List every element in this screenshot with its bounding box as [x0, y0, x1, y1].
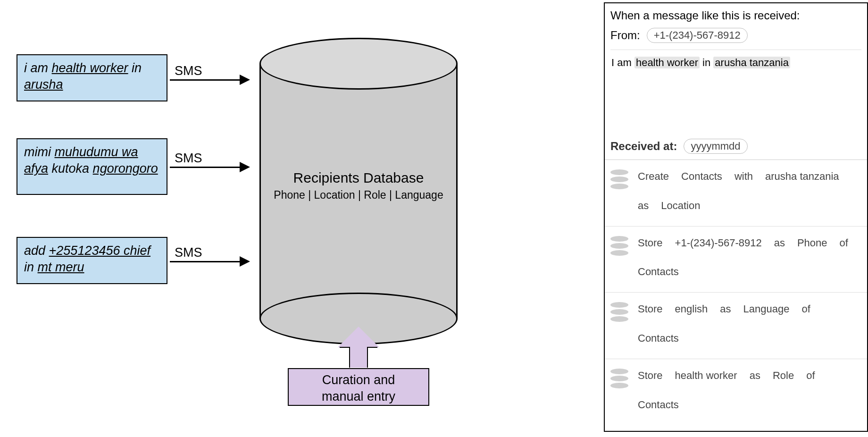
database-icon	[610, 299, 631, 323]
rule-token: health worker	[675, 366, 737, 386]
curation-line: manual entry	[289, 388, 428, 405]
rule-token: Language	[743, 299, 790, 319]
rule-token: as	[750, 366, 760, 386]
sms-segment: add	[24, 244, 49, 258]
arrow-label: SMS	[175, 245, 202, 260]
sms-segment: in	[128, 61, 142, 75]
rule-token: as	[774, 233, 785, 253]
rule-token: Contacts	[638, 395, 679, 415]
arrow-sms: SMS	[170, 153, 255, 157]
rule-token: Contacts	[638, 328, 679, 348]
rule-token: Role	[773, 366, 794, 386]
received-label: Received at:	[610, 140, 677, 153]
rule-token: Store	[638, 299, 663, 319]
rule-token: of	[801, 299, 810, 319]
arrow-label: SMS	[175, 151, 202, 166]
db-title: Recipients Database	[259, 170, 458, 186]
rule-token: as	[638, 196, 649, 216]
rule-token: Location	[661, 196, 700, 216]
received-row: Received at: yyyymmdd	[610, 136, 861, 160]
rule-token: of	[806, 366, 815, 386]
from-value-pill[interactable]: +1-(234)-567-8912	[647, 28, 748, 43]
arrow-sms: SMS	[170, 248, 255, 252]
from-label: From:	[610, 29, 640, 42]
rule-row: CreateContactswitharusha tanzaniaasLocat…	[605, 160, 867, 227]
body-text: I am	[611, 57, 634, 68]
body-text: in	[700, 57, 713, 68]
database-cylinder: Recipients Database Phone | Location | R…	[259, 38, 458, 321]
rule-token: english	[675, 299, 708, 319]
sms-segment: arusha	[24, 77, 63, 92]
rule-row: Store+1-(234)-567-8912asPhoneofContacts	[605, 227, 867, 293]
rule-token: as	[720, 299, 731, 319]
arrow-sms: SMS	[170, 66, 255, 70]
rule-tokens: StoreenglishasLanguageofContacts	[638, 299, 861, 348]
sms-segment: ngorongoro	[93, 161, 158, 176]
database-icon	[610, 366, 631, 390]
rule-token: Create	[638, 167, 669, 186]
message-body: I am health worker in arusha tanzania	[610, 50, 861, 136]
rule-token: Contacts	[681, 167, 722, 186]
rules-panel: When a message like this is received: Fr…	[604, 2, 868, 432]
rule-token: Store	[638, 366, 663, 386]
database-icon	[610, 167, 631, 191]
rule-row: Storehealth workerasRoleofContacts	[605, 359, 867, 425]
sms-segment: kutoka	[48, 161, 93, 176]
body-highlight: arusha tanzania	[713, 57, 790, 68]
sms-input-box: mimi muhudumu wa afya kutoka ngorongoro	[17, 138, 167, 195]
panel-intro: When a message like this is received:	[610, 9, 861, 22]
rule-tokens: Store+1-(234)-567-8912asPhoneofContacts	[638, 233, 861, 282]
curation-box: Curation and manual entry	[288, 368, 429, 406]
database-icon	[610, 233, 631, 257]
sms-segment: health worker	[52, 61, 128, 75]
diagram-stage: i am health worker in arusha mimi muhudu…	[0, 0, 868, 437]
rule-token: Contacts	[638, 262, 679, 282]
sms-segment: mimi	[24, 145, 54, 159]
rule-token: arusha tanzania	[765, 167, 839, 186]
rule-token: +1-(234)-567-8912	[675, 233, 762, 253]
db-subtitle: Phone | Location | Role | Language	[259, 189, 458, 202]
arrow-up	[338, 327, 379, 368]
sms-segment: in	[24, 260, 38, 274]
sms-segment: +255123456 chief	[49, 244, 150, 258]
rules-list: CreateContactswitharusha tanzaniaasLocat…	[605, 160, 867, 425]
rule-tokens: Storehealth workerasRoleofContacts	[638, 366, 861, 415]
received-value-pill[interactable]: yyyymmdd	[684, 139, 747, 154]
from-row: From: +1-(234)-567-8912	[610, 28, 861, 43]
rule-tokens: CreateContactswitharusha tanzaniaasLocat…	[638, 167, 861, 216]
rule-row: StoreenglishasLanguageofContacts	[605, 293, 867, 359]
sms-input-box: i am health worker in arusha	[17, 54, 167, 101]
arrow-label: SMS	[175, 64, 202, 78]
rule-token: Phone	[797, 233, 827, 253]
sms-segment: mt meru	[38, 260, 84, 274]
sms-segment: i am	[24, 61, 52, 75]
curation-line: Curation and	[289, 372, 428, 388]
rule-token: Store	[638, 233, 663, 253]
body-highlight: health worker	[634, 57, 700, 68]
rule-token: of	[840, 233, 848, 253]
rule-token: with	[734, 167, 753, 186]
sms-input-box: add +255123456 chief in mt meru	[17, 237, 167, 284]
